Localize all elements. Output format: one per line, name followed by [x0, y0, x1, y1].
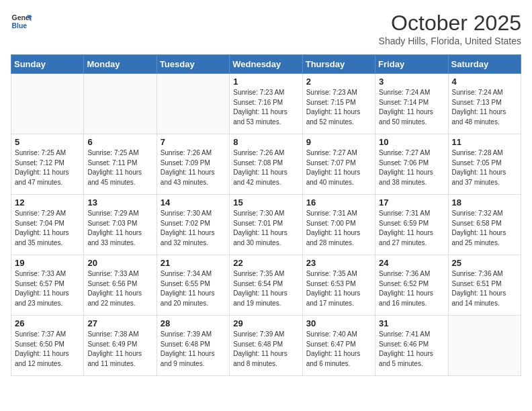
week-row-5: 26Sunrise: 7:37 AM Sunset: 6:50 PM Dayli… — [11, 316, 521, 376]
day-info: Sunrise: 7:23 AM Sunset: 7:16 PM Dayligh… — [233, 88, 298, 127]
calendar-cell: 18Sunrise: 7:32 AM Sunset: 6:58 PM Dayli… — [448, 195, 521, 255]
day-info: Sunrise: 7:36 AM Sunset: 6:51 PM Dayligh… — [452, 269, 517, 308]
calendar-cell: 11Sunrise: 7:28 AM Sunset: 7:05 PM Dayli… — [448, 134, 521, 195]
calendar-cell: 24Sunrise: 7:36 AM Sunset: 6:52 PM Dayli… — [375, 255, 448, 316]
calendar-cell: 9Sunrise: 7:27 AM Sunset: 7:07 PM Daylig… — [302, 134, 375, 195]
week-row-1: 1Sunrise: 7:23 AM Sunset: 7:16 PM Daylig… — [11, 74, 521, 134]
weekday-header-sunday: Sunday — [11, 55, 84, 74]
day-number: 19 — [15, 258, 80, 268]
calendar-cell — [157, 74, 229, 134]
week-row-4: 19Sunrise: 7:33 AM Sunset: 6:57 PM Dayli… — [11, 255, 521, 316]
logo-icon: General Blue — [11, 11, 32, 32]
weekday-header-friday: Friday — [375, 55, 448, 74]
logo: General Blue — [11, 11, 32, 32]
day-number: 14 — [161, 197, 226, 208]
calendar-cell: 5Sunrise: 7:25 AM Sunset: 7:12 PM Daylig… — [11, 134, 84, 195]
calendar-cell: 25Sunrise: 7:36 AM Sunset: 6:51 PM Dayli… — [448, 255, 521, 316]
weekday-header-thursday: Thursday — [302, 55, 375, 74]
day-info: Sunrise: 7:31 AM Sunset: 6:59 PM Dayligh… — [379, 209, 444, 248]
day-info: Sunrise: 7:29 AM Sunset: 7:04 PM Dayligh… — [15, 209, 80, 248]
day-info: Sunrise: 7:24 AM Sunset: 7:14 PM Dayligh… — [379, 88, 444, 127]
day-number: 13 — [87, 197, 152, 208]
day-number: 2 — [306, 77, 371, 87]
weekday-header-monday: Monday — [84, 55, 157, 74]
day-info: Sunrise: 7:41 AM Sunset: 6:46 PM Dayligh… — [379, 330, 444, 369]
day-number: 17 — [379, 197, 444, 208]
calendar-cell — [84, 74, 157, 134]
calendar-cell: 16Sunrise: 7:31 AM Sunset: 7:00 PM Dayli… — [302, 195, 375, 255]
day-number: 10 — [379, 137, 444, 147]
day-number: 7 — [161, 137, 226, 147]
calendar-cell — [11, 74, 84, 134]
weekday-header-wednesday: Wednesday — [230, 55, 302, 74]
day-number: 4 — [452, 77, 517, 87]
day-info: Sunrise: 7:37 AM Sunset: 6:50 PM Dayligh… — [15, 330, 80, 369]
calendar-cell: 14Sunrise: 7:30 AM Sunset: 7:02 PM Dayli… — [157, 195, 229, 255]
day-number: 31 — [379, 318, 444, 328]
calendar-cell: 15Sunrise: 7:30 AM Sunset: 7:01 PM Dayli… — [230, 195, 302, 255]
day-info: Sunrise: 7:23 AM Sunset: 7:15 PM Dayligh… — [306, 88, 371, 127]
location-subtitle: Shady Hills, Florida, United States — [379, 36, 521, 46]
day-number: 11 — [452, 137, 517, 147]
calendar-cell: 28Sunrise: 7:39 AM Sunset: 6:48 PM Dayli… — [157, 316, 229, 376]
day-info: Sunrise: 7:38 AM Sunset: 6:49 PM Dayligh… — [87, 330, 152, 369]
calendar-cell: 1Sunrise: 7:23 AM Sunset: 7:16 PM Daylig… — [230, 74, 302, 134]
day-number: 5 — [15, 137, 80, 147]
day-number: 16 — [306, 197, 371, 208]
day-number: 3 — [379, 77, 444, 87]
month-title: October 2025 — [379, 11, 521, 36]
calendar-cell: 19Sunrise: 7:33 AM Sunset: 6:57 PM Dayli… — [11, 255, 84, 316]
day-info: Sunrise: 7:25 AM Sunset: 7:11 PM Dayligh… — [87, 148, 152, 187]
day-number: 6 — [87, 137, 152, 147]
calendar-cell: 30Sunrise: 7:40 AM Sunset: 6:47 PM Dayli… — [302, 316, 375, 376]
calendar-cell: 20Sunrise: 7:33 AM Sunset: 6:56 PM Dayli… — [84, 255, 157, 316]
calendar-cell: 29Sunrise: 7:39 AM Sunset: 6:48 PM Dayli… — [230, 316, 302, 376]
day-info: Sunrise: 7:32 AM Sunset: 6:58 PM Dayligh… — [452, 209, 517, 248]
day-info: Sunrise: 7:27 AM Sunset: 7:07 PM Dayligh… — [306, 148, 371, 187]
svg-text:Blue: Blue — [12, 22, 28, 30]
day-info: Sunrise: 7:35 AM Sunset: 6:54 PM Dayligh… — [233, 269, 298, 308]
calendar-cell: 23Sunrise: 7:35 AM Sunset: 6:53 PM Dayli… — [302, 255, 375, 316]
day-info: Sunrise: 7:40 AM Sunset: 6:47 PM Dayligh… — [306, 330, 371, 369]
weekday-header-saturday: Saturday — [448, 55, 521, 74]
calendar-cell: 31Sunrise: 7:41 AM Sunset: 6:46 PM Dayli… — [375, 316, 448, 376]
calendar-cell: 17Sunrise: 7:31 AM Sunset: 6:59 PM Dayli… — [375, 195, 448, 255]
day-number: 24 — [379, 258, 444, 268]
day-number: 20 — [87, 258, 152, 268]
day-info: Sunrise: 7:25 AM Sunset: 7:12 PM Dayligh… — [15, 148, 80, 187]
calendar-cell: 7Sunrise: 7:26 AM Sunset: 7:09 PM Daylig… — [157, 134, 229, 195]
day-number: 23 — [306, 258, 371, 268]
day-number: 15 — [233, 197, 298, 208]
calendar-header-row: SundayMondayTuesdayWednesdayThursdayFrid… — [11, 55, 521, 74]
day-number: 28 — [161, 318, 226, 328]
calendar-table: SundayMondayTuesdayWednesdayThursdayFrid… — [11, 54, 521, 376]
calendar-cell: 22Sunrise: 7:35 AM Sunset: 6:54 PM Dayli… — [230, 255, 302, 316]
day-info: Sunrise: 7:27 AM Sunset: 7:06 PM Dayligh… — [379, 148, 444, 187]
day-number: 9 — [306, 137, 371, 147]
calendar-cell: 3Sunrise: 7:24 AM Sunset: 7:14 PM Daylig… — [375, 74, 448, 134]
day-info: Sunrise: 7:35 AM Sunset: 6:53 PM Dayligh… — [306, 269, 371, 308]
day-info: Sunrise: 7:39 AM Sunset: 6:48 PM Dayligh… — [233, 330, 298, 369]
day-info: Sunrise: 7:24 AM Sunset: 7:13 PM Dayligh… — [452, 88, 517, 127]
day-number: 1 — [233, 77, 298, 87]
calendar-cell: 8Sunrise: 7:26 AM Sunset: 7:08 PM Daylig… — [230, 134, 302, 195]
day-info: Sunrise: 7:29 AM Sunset: 7:03 PM Dayligh… — [87, 209, 152, 248]
day-info: Sunrise: 7:26 AM Sunset: 7:09 PM Dayligh… — [161, 148, 226, 187]
day-info: Sunrise: 7:28 AM Sunset: 7:05 PM Dayligh… — [452, 148, 517, 187]
day-number: 18 — [452, 197, 517, 208]
day-number: 30 — [306, 318, 371, 328]
calendar-cell: 21Sunrise: 7:34 AM Sunset: 6:55 PM Dayli… — [157, 255, 229, 316]
calendar-cell: 2Sunrise: 7:23 AM Sunset: 7:15 PM Daylig… — [302, 74, 375, 134]
day-number: 21 — [161, 258, 226, 268]
day-number: 27 — [87, 318, 152, 328]
title-block: October 2025 Shady Hills, Florida, Unite… — [379, 11, 521, 46]
calendar-cell: 27Sunrise: 7:38 AM Sunset: 6:49 PM Dayli… — [84, 316, 157, 376]
day-number: 22 — [233, 258, 298, 268]
page-header: General Blue October 2025 Shady Hills, F… — [11, 11, 521, 46]
day-number: 8 — [233, 137, 298, 147]
calendar-cell: 4Sunrise: 7:24 AM Sunset: 7:13 PM Daylig… — [448, 74, 521, 134]
day-info: Sunrise: 7:36 AM Sunset: 6:52 PM Dayligh… — [379, 269, 444, 308]
week-row-3: 12Sunrise: 7:29 AM Sunset: 7:04 PM Dayli… — [11, 195, 521, 255]
day-info: Sunrise: 7:33 AM Sunset: 6:56 PM Dayligh… — [87, 269, 152, 308]
day-number: 25 — [452, 258, 517, 268]
